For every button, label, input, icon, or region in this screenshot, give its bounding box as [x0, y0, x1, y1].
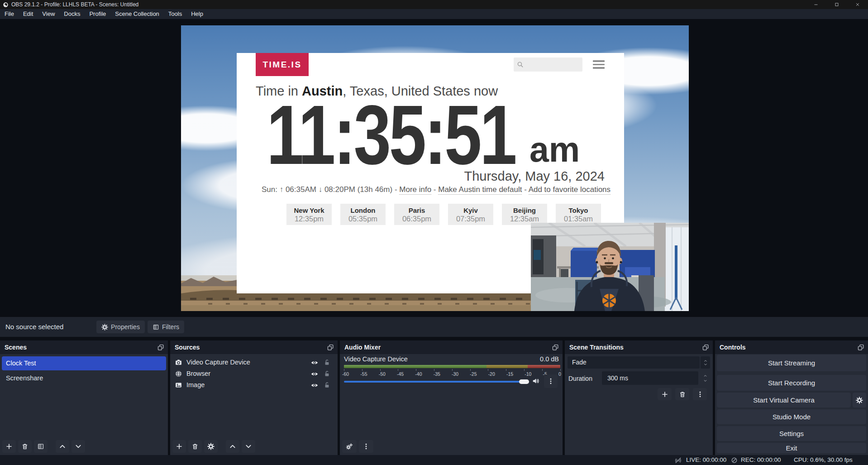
move-source-up-button[interactable]: [226, 440, 239, 453]
source-context-toolbar: No source selected Properties Filters: [0, 317, 868, 337]
visibility-eye-icon[interactable]: [310, 370, 319, 378]
scene-item-screenshare[interactable]: Screenshare: [2, 372, 166, 384]
scene-filters-button[interactable]: [34, 440, 48, 453]
menu-tools[interactable]: Tools: [164, 9, 186, 19]
volume-slider-handle[interactable]: [519, 379, 529, 384]
live-disabled-icon: [674, 456, 682, 464]
mixer-channel-menu-button[interactable]: [544, 374, 558, 388]
scenes-toolbar: [2, 440, 85, 453]
minimize-button[interactable]: [806, 0, 826, 9]
maximize-icon: [834, 2, 839, 7]
transitions-dock-header: Scene Transitions: [565, 340, 713, 354]
city-tile-kyiv: Kyiv07:35pm: [448, 204, 493, 225]
sun-info-line: Sun: ↑ 06:35AM ↓ 08:20PM (13h 46m) - Mor…: [262, 185, 610, 194]
virtual-camera-settings-button[interactable]: [853, 393, 866, 407]
city-tile-london: London05:35pm: [340, 204, 386, 225]
chevron-up-icon: [703, 374, 708, 378]
popout-icon[interactable]: [700, 342, 711, 353]
move-scene-down-button[interactable]: [72, 440, 85, 453]
scene-video[interactable]: TIME.IS Time in Austin, Texas, United St…: [181, 25, 689, 311]
clock-display: 11:35:51: [267, 93, 515, 177]
add-transition-button[interactable]: [658, 388, 672, 400]
rec-disabled-icon: [730, 456, 738, 464]
scenes-dock: Scenes Clock Test Screenshare: [0, 340, 168, 455]
preview-canvas[interactable]: TIME.IS Time in Austin, Texas, United St…: [0, 19, 868, 317]
globe-icon: [175, 370, 182, 378]
popout-icon[interactable]: [855, 342, 866, 353]
webcam-overlay: [531, 223, 689, 311]
chevron-down-icon: [703, 363, 708, 366]
remove-source-button[interactable]: [188, 440, 202, 453]
hamburger-menu-icon: [593, 60, 605, 69]
transition-select[interactable]: Fade: [568, 356, 700, 369]
scene-item-clock-test[interactable]: Clock Test: [2, 356, 166, 370]
start-virtual-camera-button[interactable]: Start Virtual Camera: [717, 393, 851, 407]
popout-icon[interactable]: [155, 342, 166, 353]
advanced-audio-button[interactable]: [342, 440, 357, 453]
transition-select-chevrons[interactable]: [701, 356, 710, 369]
trash-icon: [21, 443, 29, 450]
transition-properties-button[interactable]: [693, 388, 707, 400]
menu-help[interactable]: Help: [186, 9, 208, 19]
meter-tick-marks: [344, 369, 561, 371]
volume-slider-track[interactable]: [344, 381, 520, 383]
exit-button[interactable]: Exit: [717, 443, 866, 453]
dots-vertical-icon: [696, 391, 704, 398]
visibility-eye-icon[interactable]: [310, 359, 319, 367]
mixer-level-db: 0.0 dB: [540, 355, 559, 363]
gear-icon: [207, 443, 215, 450]
chevron-up-icon: [229, 443, 236, 450]
lock-icon[interactable]: [323, 370, 331, 378]
rec-timer: REC: 00:00:00: [741, 455, 781, 465]
transition-selected-value: Fade: [572, 356, 587, 369]
popout-icon[interactable]: [325, 342, 336, 353]
start-streaming-button[interactable]: Start Streaming: [717, 355, 866, 371]
transitions-title: Scene Transitions: [569, 340, 624, 354]
sources-toolbar: [172, 440, 255, 453]
mixer-menu-button[interactable]: [359, 440, 373, 453]
trash-icon: [191, 443, 199, 450]
sources-dock: Sources Video Capture Device Browser Ima…: [170, 340, 338, 455]
menu-file[interactable]: File: [0, 9, 19, 19]
filters-button[interactable]: Filters: [148, 321, 184, 333]
add-source-button[interactable]: [172, 440, 186, 453]
move-source-down-button[interactable]: [242, 440, 255, 453]
source-row-image[interactable]: Image: [170, 379, 338, 391]
volume-meter: [344, 365, 560, 368]
menu-view[interactable]: View: [38, 9, 59, 19]
window-title: OBS 29.1.2 - Profile: LLHLS BETA - Scene…: [11, 1, 138, 8]
city-tile-beijing: Beijing12:35am: [502, 204, 547, 225]
menu-profile[interactable]: Profile: [85, 9, 110, 19]
remove-scene-button[interactable]: [18, 440, 32, 453]
speaker-icon[interactable]: [532, 377, 540, 385]
studio-mode-button[interactable]: Studio Mode: [717, 409, 866, 424]
source-properties-button[interactable]: [204, 440, 218, 453]
chevron-down-icon: [75, 443, 82, 450]
obs-window: OBS 29.1.2 - Profile: LLHLS BETA - Scene…: [0, 0, 868, 465]
city-tile-new-york: New York12:35pm: [286, 204, 332, 225]
visibility-eye-icon[interactable]: [310, 381, 319, 389]
maximize-button[interactable]: [826, 0, 847, 9]
scenes-dock-header: Scenes: [0, 340, 168, 354]
source-row-video-capture[interactable]: Video Capture Device: [170, 357, 338, 368]
remove-transition-button[interactable]: [675, 388, 689, 400]
source-row-browser[interactable]: Browser: [170, 368, 338, 379]
lock-icon[interactable]: [323, 381, 331, 389]
properties-button[interactable]: Properties: [96, 321, 145, 333]
controls-dock-header: Controls: [715, 340, 868, 354]
menu-bar: File Edit View Docks Profile Scene Colle…: [0, 9, 868, 19]
close-button[interactable]: [847, 0, 868, 9]
menu-edit[interactable]: Edit: [19, 9, 38, 19]
dots-vertical-icon: [547, 378, 554, 385]
duration-spinner-chevrons[interactable]: [701, 371, 710, 385]
start-recording-button[interactable]: Start Recording: [717, 375, 866, 391]
timeis-search-box: [514, 58, 582, 72]
move-scene-up-button[interactable]: [56, 440, 69, 453]
menu-docks[interactable]: Docks: [59, 9, 85, 19]
duration-input[interactable]: 300 ms: [602, 371, 698, 385]
menu-scene-collection[interactable]: Scene Collection: [110, 9, 164, 19]
lock-icon[interactable]: [323, 359, 331, 366]
add-scene-button[interactable]: [2, 440, 16, 453]
popout-icon[interactable]: [550, 342, 561, 353]
settings-button[interactable]: Settings: [717, 426, 866, 441]
